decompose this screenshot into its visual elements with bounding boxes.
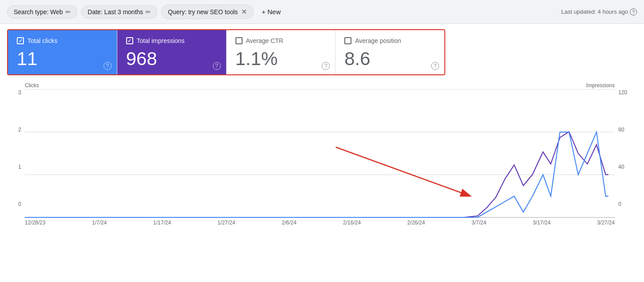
average-position-label: Average position (355, 37, 401, 44)
average-ctr-value: 1.1% (235, 49, 327, 69)
chart-svg (25, 89, 615, 217)
date-edit-icon[interactable]: ✏ (146, 8, 151, 15)
new-button[interactable]: + New (257, 5, 285, 18)
total-clicks-label: Total clicks (27, 37, 58, 44)
y-axis-left: 3 2 1 0 (7, 89, 25, 218)
total-impressions-label: Total impressions (137, 37, 185, 44)
metric-total-impressions-header: Total impressions (126, 37, 217, 44)
date-filter[interactable]: Date: Last 3 months ✏ (81, 5, 158, 19)
average-position-value: 8.6 (344, 49, 436, 69)
query-filter[interactable]: Query: try new SEO tools ✕ (161, 4, 254, 19)
annotation-arrow (336, 147, 471, 197)
chart-section: Clicks Impressions 3 2 1 0 (0, 75, 644, 226)
average-ctr-label: Average CTR (246, 37, 284, 44)
total-impressions-checkbox[interactable] (126, 37, 133, 44)
total-clicks-help-icon[interactable]: ? (104, 62, 112, 70)
chart-left-axis-label: Clicks (25, 82, 39, 89)
metric-total-clicks-header: Total clicks (17, 37, 108, 44)
metrics-section: Total clicks 11 ? Total impressions 968 … (0, 24, 644, 75)
metric-total-impressions[interactable]: Total impressions 968 ? (117, 30, 227, 74)
total-impressions-value: 968 (126, 49, 217, 69)
average-ctr-checkbox[interactable] (235, 37, 243, 44)
metric-average-ctr-header: Average CTR (235, 37, 327, 44)
total-clicks-checkbox[interactable] (17, 37, 24, 44)
metric-average-position[interactable]: Average position 8.6 ? (335, 30, 444, 74)
total-impressions-help-icon[interactable]: ? (213, 62, 221, 70)
average-position-help-icon[interactable]: ? (431, 62, 439, 70)
chart-wrapper: 3 2 1 0 (7, 89, 637, 218)
average-ctr-help-icon[interactable]: ? (322, 62, 330, 70)
metrics-container: Total clicks 11 ? Total impressions 968 … (7, 29, 445, 75)
last-updated: Last updated: 4 hours ago ? (561, 8, 637, 15)
total-clicks-value: 11 (17, 49, 108, 69)
search-type-filter[interactable]: Search type: Web ✏ (7, 5, 77, 19)
search-type-edit-icon[interactable]: ✏ (66, 8, 71, 15)
search-type-label: Search type: Web (14, 8, 63, 15)
metric-average-position-header: Average position (344, 37, 436, 44)
x-axis-labels: 12/28/23 1/7/24 1/17/24 1/27/24 2/6/24 2… (7, 220, 637, 226)
query-label: Query: try new SEO tools (168, 8, 238, 15)
last-updated-help-icon[interactable]: ? (630, 8, 637, 15)
metric-total-clicks[interactable]: Total clicks 11 ? (8, 30, 117, 74)
chart-area (25, 89, 615, 218)
metric-average-ctr[interactable]: Average CTR 1.1% ? (227, 30, 336, 74)
date-label: Date: Last 3 months (88, 8, 143, 15)
filter-bar: Search type: Web ✏ Date: Last 3 months ✏… (0, 0, 644, 24)
average-position-checkbox[interactable] (344, 37, 351, 44)
chart-right-axis-label: Impressions (586, 82, 615, 89)
y-axis-right: 120 80 40 0 (615, 89, 637, 218)
query-close-icon[interactable]: ✕ (241, 8, 247, 16)
